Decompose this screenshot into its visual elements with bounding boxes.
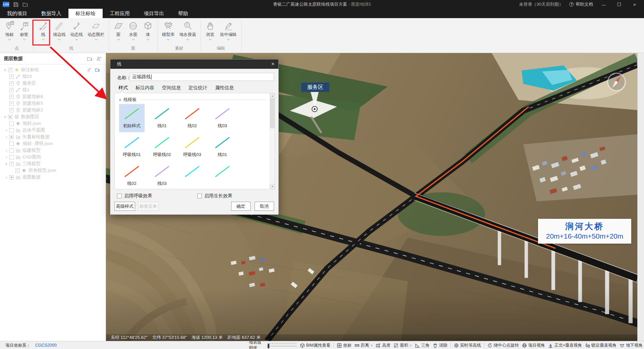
line-template[interactable] xyxy=(207,162,237,189)
layer-checkbox[interactable] xyxy=(8,68,12,72)
expander-icon[interactable] xyxy=(4,148,9,153)
expander-icon[interactable] xyxy=(4,154,9,160)
add-sublayer-icon[interactable] xyxy=(95,67,100,72)
open-folder-icon[interactable] xyxy=(22,2,28,7)
line-template[interactable]: 线01 xyxy=(147,104,177,133)
layer-checkbox[interactable] xyxy=(9,175,14,180)
share-layer-icon[interactable] xyxy=(96,56,102,61)
line-template[interactable]: 呼吸线02 xyxy=(147,133,177,162)
close-button[interactable] xyxy=(630,0,639,9)
collapse-section-icon[interactable] xyxy=(119,98,121,102)
tab-engineering[interactable]: 工程应用 xyxy=(103,9,137,18)
tab-position-stats[interactable]: 定位统计 xyxy=(189,85,207,91)
polygon-button[interactable]: 面 xyxy=(111,19,126,45)
dynamic-fence-button[interactable]: 动态围栏 xyxy=(85,19,107,45)
layer-checkbox[interactable] xyxy=(9,121,14,126)
realtime-contour-button[interactable]: 实时等高线 xyxy=(454,343,481,348)
add-folder-icon[interactable] xyxy=(87,56,92,61)
layer-checkbox[interactable] xyxy=(9,101,14,106)
clear-button[interactable]: 清除 xyxy=(433,343,447,348)
scroll-up-icon[interactable] xyxy=(270,93,275,98)
line-template[interactable]: 线02 xyxy=(117,162,147,189)
line-template[interactable]: 呼吸线03 xyxy=(177,133,207,162)
coordinate-tool-button[interactable]: 坐标 xyxy=(337,343,352,348)
tree-row[interactable]: 底图数据 xyxy=(0,174,106,181)
tab-my-project[interactable]: 我的项目 xyxy=(0,9,34,18)
model-library-button[interactable]: 模型库 xyxy=(160,19,177,45)
water-surface-button[interactable]: 水面 xyxy=(126,19,141,45)
tab-spatial-info[interactable]: 空间信息 xyxy=(162,85,181,91)
tree-row[interactable]: 新建地标5 xyxy=(0,100,106,107)
tab-help[interactable]: 帮助 xyxy=(171,9,195,18)
dialog-close-icon[interactable] xyxy=(271,61,274,67)
crs-value-link[interactable]: CGCS2000 xyxy=(35,343,57,348)
tab-style[interactable]: 样式 xyxy=(118,85,128,91)
cancel-button[interactable]: 取消 xyxy=(255,202,274,211)
line-template[interactable]: 呼吸线01 xyxy=(117,133,147,162)
expander-icon[interactable] xyxy=(4,174,9,180)
advanced-style-button[interactable]: 高级样式 xyxy=(114,202,135,211)
volume-button[interactable]: 体 xyxy=(141,19,155,45)
growth-effect-checkbox[interactable]: 启用生长效果 xyxy=(197,193,232,199)
chevron-down-icon[interactable] xyxy=(410,344,412,347)
label-button[interactable]: 标签 xyxy=(17,19,32,45)
breathing-effect-checkbox[interactable]: 启用呼吸效果 xyxy=(117,193,152,199)
layer-checkbox[interactable] xyxy=(9,95,14,99)
tree-row-data-layers-group[interactable]: 数据图层 xyxy=(0,113,106,120)
tab-annotation[interactable]: 标注标绘 xyxy=(68,9,103,18)
label-text-button[interactable]: 标签文本 xyxy=(138,202,159,211)
expander-icon[interactable] xyxy=(3,68,7,72)
service-area-label[interactable]: 服务区 xyxy=(301,83,329,92)
tab-annotation-content[interactable]: 标注内容 xyxy=(136,85,154,91)
tree-row[interactable]: CAD图纸 xyxy=(0,154,106,160)
line-template[interactable]: 线01 xyxy=(207,133,237,162)
layer-checkbox[interactable] xyxy=(9,108,14,112)
bim-attribute-button[interactable]: BIM属性查看 xyxy=(300,343,330,348)
tree-row[interactable]: 新建地标2 xyxy=(0,107,106,113)
line-template[interactable]: 线03 xyxy=(147,162,177,189)
template-scrollbar[interactable] xyxy=(270,93,275,189)
line-template[interactable]: 线02 xyxy=(177,104,207,133)
slider-handle[interactable] xyxy=(268,344,269,348)
expander-icon[interactable] xyxy=(4,162,9,166)
layer-checkbox[interactable] xyxy=(9,162,14,166)
maximize-button[interactable] xyxy=(614,0,624,9)
browse-button[interactable]: 浏览 xyxy=(203,19,218,45)
dynamic-line-button[interactable]: 动态线 xyxy=(68,19,86,45)
service-area-marker[interactable] xyxy=(312,106,317,112)
tree-row[interactable]: 线02 xyxy=(0,73,106,80)
tree-row[interactable]: 临建模型 xyxy=(0,147,106,154)
distance-tool-button[interactable]: 距离 xyxy=(355,343,373,348)
login-status[interactable]: 未登录（30天后到期） xyxy=(519,1,563,7)
tree-row[interactable]: 倾斜 -透明.json xyxy=(0,140,106,147)
tree-row[interactable]: 矢量标绘数据 xyxy=(0,134,106,140)
line-button[interactable]: 线 xyxy=(36,19,51,45)
outline-line-button[interactable]: 描边线 xyxy=(51,19,68,45)
name-input[interactable]: 运输路线 xyxy=(130,73,274,81)
placemark-button[interactable]: 地标 xyxy=(2,19,17,45)
ok-button[interactable]: 确定 xyxy=(231,202,251,211)
scrollbar-thumb[interactable] xyxy=(270,99,274,128)
layer-checkbox[interactable] xyxy=(9,128,14,133)
layer-checkbox[interactable] xyxy=(9,148,14,153)
layer-checkbox[interactable] xyxy=(9,135,14,139)
line-template[interactable] xyxy=(177,162,207,189)
bridge-label[interactable]: 涧河大桥 20m+16-40m+50m+20m xyxy=(538,219,631,244)
layer-checkbox[interactable] xyxy=(9,142,14,146)
tab-data-import[interactable]: 数据导入 xyxy=(34,9,68,18)
surface-transparency-slider[interactable] xyxy=(266,342,297,348)
expander-icon[interactable] xyxy=(3,115,7,119)
area-tool-button[interactable]: 面积 xyxy=(393,343,412,348)
tree-row[interactable]: 三维模型 xyxy=(0,160,106,167)
tree-row[interactable]: 服务区 xyxy=(0,80,106,87)
layer-checkbox[interactable] xyxy=(9,74,14,79)
edit-pencil-icon[interactable] xyxy=(87,67,92,72)
underground-view-button[interactable]: 地下视角 xyxy=(620,343,643,348)
layer-checkbox[interactable] xyxy=(15,168,20,173)
layer-checkbox[interactable] xyxy=(9,81,14,86)
expander-icon[interactable] xyxy=(4,128,9,133)
chevron-down-icon[interactable] xyxy=(371,344,373,347)
line-template-initial[interactable]: 初始样式 xyxy=(117,104,147,133)
tree-row[interactable]: 所有模型.json xyxy=(0,167,106,174)
project-view-button[interactable]: 项目视角 xyxy=(522,343,545,348)
